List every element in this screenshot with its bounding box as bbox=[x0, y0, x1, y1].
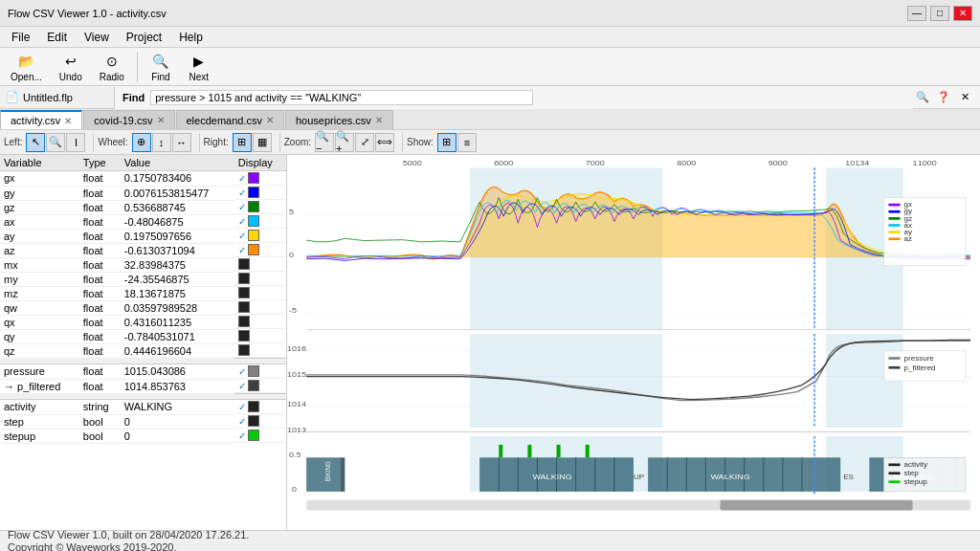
tab-elecdemand-csv[interactable]: elecdemand.csv ✕ bbox=[176, 110, 285, 129]
svg-rect-67 bbox=[586, 445, 590, 457]
table-row[interactable]: stepup bool 0 ✓ bbox=[0, 429, 286, 443]
check-icon: ✓ bbox=[238, 202, 246, 212]
content-row: Variable Type Value Display gx float 0.1… bbox=[0, 155, 980, 530]
findbar-help-icon[interactable]: ❓ bbox=[934, 88, 953, 107]
wheel-tool1[interactable]: ⊕ bbox=[132, 133, 151, 152]
svg-text:0: 0 bbox=[289, 250, 294, 258]
status-text: Flow CSV Viewer 1.0, built on 28/04/2020… bbox=[8, 529, 249, 551]
findbar-close-icon[interactable]: ✕ bbox=[955, 88, 974, 107]
color-swatch bbox=[248, 415, 259, 427]
tab-close-house[interactable]: ✕ bbox=[375, 115, 383, 125]
left-zoomin-tool[interactable]: 🔍 bbox=[46, 133, 65, 152]
menu-edit[interactable]: Edit bbox=[39, 29, 75, 46]
tab-close-covid[interactable]: ✕ bbox=[157, 115, 165, 125]
svg-rect-66 bbox=[557, 445, 561, 457]
svg-text:az: az bbox=[904, 234, 913, 242]
check-icon: ✓ bbox=[238, 231, 246, 241]
svg-rect-35 bbox=[470, 334, 662, 428]
table-row[interactable]: qz float 0.4446196604 bbox=[0, 343, 286, 359]
undo-button[interactable]: ↩ Undo bbox=[53, 48, 89, 85]
table-row[interactable]: → p_filtered float 1014.853763 ✓ bbox=[0, 379, 286, 394]
color-swatch bbox=[248, 365, 259, 377]
svg-text:5000: 5000 bbox=[403, 158, 422, 166]
table-row[interactable]: qw float 0.03597989528 bbox=[0, 300, 286, 315]
table-row[interactable]: qy float -0.7840531071 bbox=[0, 329, 286, 343]
table-row[interactable]: mx float 32.83984375 bbox=[0, 257, 286, 272]
menu-file[interactable]: File bbox=[4, 29, 37, 46]
check-icon: ✓ bbox=[238, 381, 246, 391]
next-button[interactable]: ▶ Next bbox=[182, 48, 216, 85]
table-row[interactable]: activity string WALKING ✓ bbox=[0, 400, 286, 415]
show-list-tool[interactable]: ≡ bbox=[457, 133, 477, 152]
data-table: Variable Type Value Display gx float 0.1… bbox=[0, 155, 286, 530]
right-tool1[interactable]: ⊞ bbox=[233, 133, 252, 152]
tab-activity-csv[interactable]: activity.csv ✕ bbox=[0, 110, 82, 129]
svg-rect-24 bbox=[888, 224, 900, 227]
cell-type: float bbox=[79, 171, 121, 187]
findbar-query[interactable] bbox=[150, 90, 533, 105]
minimize-button[interactable]: — bbox=[907, 6, 926, 21]
cell-display: ✓ bbox=[234, 400, 286, 414]
zoom-fit-tool[interactable]: ⤢ bbox=[355, 133, 374, 152]
cell-display: ✓ bbox=[234, 229, 286, 243]
menu-view[interactable]: View bbox=[77, 29, 117, 46]
cell-value: 32.83984375 bbox=[121, 257, 234, 272]
close-button[interactable]: ✕ bbox=[953, 6, 972, 21]
file-icon: 📄 bbox=[6, 91, 19, 103]
tab-covid-csv[interactable]: covid-19.csv ✕ bbox=[83, 110, 174, 129]
cell-type: float bbox=[79, 379, 121, 394]
cell-variable: qw bbox=[0, 300, 79, 315]
table-row[interactable]: qx float 0.4316011235 bbox=[0, 315, 286, 329]
check-icon: ✓ bbox=[238, 366, 246, 377]
svg-rect-43 bbox=[888, 366, 900, 369]
menu-project[interactable]: Project bbox=[119, 29, 169, 46]
wheel-tool2[interactable]: ↕ bbox=[152, 133, 171, 152]
findbar-label: Find bbox=[122, 92, 145, 103]
cell-value: 0.0076153815477 bbox=[121, 186, 234, 200]
table-row[interactable]: gy float 0.0076153815477 ✓ bbox=[0, 186, 286, 200]
menu-help[interactable]: Help bbox=[171, 29, 211, 46]
right-tool2[interactable]: ▦ bbox=[253, 133, 272, 152]
zoom-extra-tool[interactable]: ⟺ bbox=[375, 133, 394, 152]
tab-houseprices-csv[interactable]: houseprices.csv ✕ bbox=[285, 110, 393, 129]
tab-close-activity[interactable]: ✕ bbox=[64, 116, 72, 126]
table-row[interactable]: mz float 18.13671875 bbox=[0, 286, 286, 300]
table-row[interactable]: gz float 0.536688745 ✓ bbox=[0, 200, 286, 214]
radio-button[interactable]: ⊙ Radio bbox=[93, 48, 131, 85]
svg-text:WALKING: WALKING bbox=[532, 472, 571, 480]
cell-value: 0.1750783406 bbox=[121, 171, 234, 187]
show-tools: ⊞ ≡ bbox=[437, 133, 477, 152]
table-row[interactable]: step bool 0 ✓ bbox=[0, 414, 286, 429]
table-row[interactable]: my float -24.35546875 bbox=[0, 272, 286, 286]
left-text-tool[interactable]: I bbox=[66, 133, 85, 152]
wheel-tool3[interactable]: ↔ bbox=[172, 133, 191, 152]
status-line1: Flow CSV Viewer 1.0, built on 28/04/2020… bbox=[8, 529, 249, 540]
cell-variable: ay bbox=[0, 229, 79, 243]
show-grid-tool[interactable]: ⊞ bbox=[437, 133, 457, 152]
table-row[interactable]: ay float 0.1975097656 ✓ bbox=[0, 229, 286, 243]
table-row[interactable]: ax float -0.48046875 ✓ bbox=[0, 214, 286, 229]
cell-type: float bbox=[79, 214, 121, 229]
tab-close-elec[interactable]: ✕ bbox=[266, 115, 274, 125]
table-row[interactable]: az float -0.6130371094 ✓ bbox=[0, 243, 286, 257]
svg-rect-18 bbox=[888, 204, 900, 207]
cell-value: 0.1975097656 bbox=[121, 229, 234, 243]
svg-text:UP: UP bbox=[634, 473, 644, 480]
open-button[interactable]: 📂 Open... bbox=[4, 48, 49, 85]
find-button[interactable]: 🔍 Find bbox=[144, 48, 178, 85]
table-row[interactable]: pressure float 1015.043086 ✓ bbox=[0, 364, 286, 380]
svg-text:ES: ES bbox=[843, 473, 854, 480]
svg-text:5: 5 bbox=[289, 208, 294, 216]
zoom-out-tool[interactable]: 🔍− bbox=[315, 133, 334, 152]
table-row[interactable]: gx float 0.1750783406 ✓ bbox=[0, 171, 286, 187]
cell-variable: gz bbox=[0, 200, 79, 214]
findbar-search-icon[interactable]: 🔍 bbox=[913, 88, 932, 107]
color-swatch bbox=[248, 401, 259, 412]
zoom-in-tool[interactable]: 🔍+ bbox=[335, 133, 354, 152]
left-cursor-tool[interactable]: ↖ bbox=[26, 133, 45, 152]
svg-rect-90 bbox=[888, 472, 900, 474]
cell-display bbox=[234, 272, 286, 286]
cell-display bbox=[234, 300, 286, 315]
cell-value: -0.48046875 bbox=[121, 214, 234, 229]
maximize-button[interactable]: □ bbox=[930, 6, 949, 21]
